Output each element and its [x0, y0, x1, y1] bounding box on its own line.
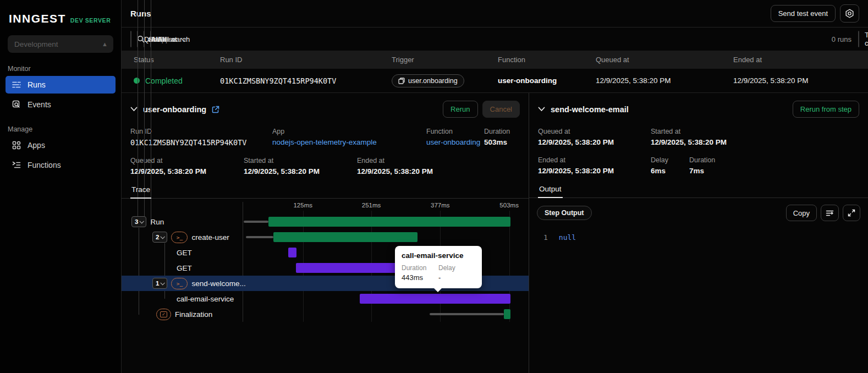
cancel-button[interactable]: Cancel	[482, 101, 520, 118]
started-at-label: Started at	[244, 157, 357, 164]
trace-row-label: Finalization	[175, 310, 212, 319]
queue-delay-line[interactable]	[246, 236, 273, 238]
span-bar[interactable]	[288, 248, 296, 257]
queue-delay-line[interactable]	[430, 313, 504, 315]
trace-chart: 125ms251ms377ms503ms 3Run2create-userGET…	[122, 199, 529, 322]
sidebar-section-manage: Manage	[0, 125, 121, 133]
send-test-event-button[interactable]: Send test event	[771, 5, 836, 22]
copy-label: Copy	[793, 209, 810, 217]
table-columns-dropdown[interactable]: Table columns	[858, 31, 859, 47]
trace-rows: 3Run2create-userGETGET1send-welcome...ca…	[122, 214, 529, 322]
trace-tooltip: call-email-service Duration Delay 443ms …	[395, 246, 482, 288]
tooltip-delay-label: Delay	[438, 264, 475, 272]
rerun-from-step-button[interactable]: Rerun from step	[793, 101, 859, 118]
column-header-trigger: Trigger	[392, 56, 498, 64]
updown-chevron-icon: ▲	[102, 41, 107, 47]
settings-button[interactable]	[840, 4, 859, 23]
sidebar: INNGEST DEV SERVER Development ▲ Monitor…	[0, 0, 122, 373]
trace-row-timeline	[243, 245, 529, 260]
span-bar[interactable]	[360, 294, 511, 304]
status-filter: Status All	[144, 31, 145, 47]
word-wrap-button[interactable]	[821, 205, 839, 221]
cancel-label: Cancel	[490, 105, 512, 113]
chevron-down-icon[interactable]	[538, 107, 545, 112]
copy-button[interactable]: Copy	[786, 205, 817, 221]
span-bar[interactable]	[268, 217, 510, 227]
span-bar[interactable]	[504, 309, 510, 319]
trace-expander[interactable]: 2	[152, 232, 167, 243]
axis-tick-label: 125ms	[293, 202, 312, 209]
topbar: Runs Send test event	[122, 0, 868, 28]
step-duration-value: 7ms	[689, 167, 859, 175]
table-row[interactable]: Completed 01KC1ZMSBNY9ZQT415RP94K0TV use…	[122, 69, 868, 93]
trace-time-axis: 125ms251ms377ms503ms	[243, 202, 529, 214]
output-code[interactable]: 1 null	[529, 228, 868, 247]
trace-row-label: create-user	[191, 233, 229, 242]
span-bar[interactable]	[273, 232, 417, 242]
trace-row-label: call-email-service	[177, 295, 234, 303]
trace-row-label: send-welcome...	[191, 279, 245, 288]
trace-row[interactable]: 3Run	[122, 214, 529, 229]
trace-row[interactable]: Finalization	[122, 306, 529, 322]
step-duration-label: Duration	[689, 156, 859, 164]
main-content: Runs Send test event	[122, 0, 868, 373]
step-output-badge: Step Output	[537, 206, 592, 220]
expand-button[interactable]	[843, 205, 860, 221]
trace-row-name: Finalization	[122, 309, 243, 320]
show-search-button[interactable]: Show search	[130, 31, 131, 47]
trace-row[interactable]: 2create-user	[122, 229, 529, 245]
step-started-at-label: Started at	[651, 128, 859, 135]
trace-row-timeline	[243, 276, 529, 291]
step-panel-tabs: Output	[529, 177, 868, 198]
trigger-badge[interactable]: user.onboarding	[392, 74, 464, 87]
step-delay-value: 6ms	[651, 167, 689, 175]
filter-bar: Show search Queued at Last 3d Status All	[122, 28, 868, 51]
external-link-icon[interactable]	[212, 106, 219, 113]
function-link[interactable]: user-onboarding	[426, 138, 484, 146]
trace-row-label: Run	[150, 218, 164, 226]
sidebar-item-functions[interactable]: Functions	[6, 156, 116, 174]
trace-row[interactable]: call-email-service	[122, 291, 529, 306]
step-panel: send-welcome-email Rerun from step Queue…	[529, 93, 868, 373]
ended-at-value: 12/9/2025, 5:38:20 PM	[357, 167, 520, 175]
sidebar-item-events[interactable]: Events	[6, 96, 116, 113]
time-filter: Queued at Last 3d	[137, 31, 138, 47]
sidebar-item-apps[interactable]: Apps	[6, 136, 116, 154]
trace-row-name: 2create-user	[122, 232, 243, 243]
tooltip-duration-label: Duration	[402, 264, 438, 272]
trace-expander[interactable]: 1	[152, 278, 167, 289]
tab-output[interactable]: Output	[538, 183, 563, 198]
step-ended-at-value: 12/9/2025, 5:38:20 PM	[538, 167, 651, 175]
ended-at-cell: 12/9/2025, 5:38:20 PM	[733, 76, 868, 85]
sidebar-item-label: Runs	[28, 80, 46, 89]
send-test-event-label: Send test event	[778, 9, 828, 18]
dev-server-badge: DEV SERVER	[70, 17, 111, 24]
app-link[interactable]: nodejs-open-telemetry-example	[272, 138, 426, 146]
queue-delay-line[interactable]	[244, 221, 268, 223]
environment-select[interactable]: Development ▲	[8, 35, 113, 53]
app-filter-dropdown[interactable]: All	[151, 31, 151, 47]
column-header-run-id: Run ID	[220, 56, 392, 64]
step-queued-at-value: 12/9/2025, 5:38:20 PM	[538, 138, 651, 146]
status-filter-dropdown[interactable]: All	[144, 31, 145, 47]
queued-at-cell: 12/9/2025, 5:38:20 PM	[596, 76, 733, 85]
app-filter: App All	[150, 31, 151, 47]
tab-trace[interactable]: Trace	[130, 183, 151, 198]
gear-icon	[845, 9, 854, 18]
duration-value: 503ms	[484, 138, 520, 146]
trace-expander[interactable]: 3	[131, 216, 146, 227]
trace-row-label: GET	[177, 249, 192, 257]
span-bar[interactable]	[296, 263, 405, 273]
line-number: 1	[543, 233, 548, 242]
step-title: send-welcome-email	[551, 105, 629, 114]
rerun-button[interactable]: Rerun	[443, 101, 477, 118]
trace-row-timeline	[243, 306, 529, 322]
runs-table-header: Status Run ID Trigger Function Queued at…	[122, 51, 868, 69]
function-label: Function	[426, 128, 484, 135]
word-wrap-icon	[826, 210, 834, 217]
time-range-dropdown[interactable]: Last 3d	[138, 31, 138, 47]
trace-row-timeline	[243, 291, 529, 306]
sidebar-item-runs[interactable]: Runs	[6, 76, 116, 94]
apps-icon	[12, 141, 21, 150]
rerun-from-step-label: Rerun from step	[800, 105, 851, 113]
